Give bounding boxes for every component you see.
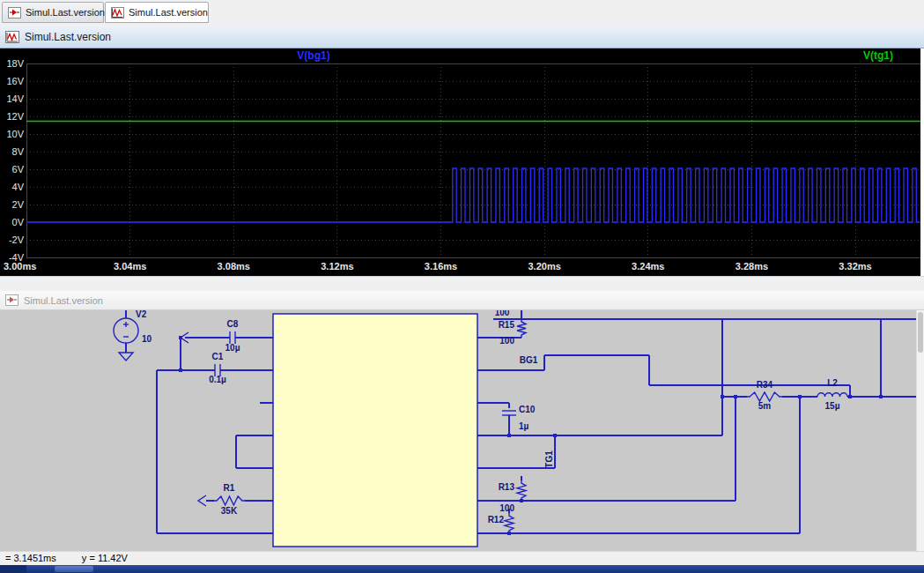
svg-text:L2: L2 xyxy=(827,378,838,388)
svg-text:4V: 4V xyxy=(12,182,25,192)
schematic-window-icon xyxy=(5,294,18,306)
svg-text:10V: 10V xyxy=(6,129,24,139)
waveform-icon xyxy=(111,7,124,19)
schematic-window-title: Simul.Last.version xyxy=(24,295,103,306)
svg-text:V2: V2 xyxy=(136,310,147,319)
svg-text:3.24ms: 3.24ms xyxy=(632,261,664,272)
svg-text:3.20ms: 3.20ms xyxy=(528,261,560,272)
svg-text:R1: R1 xyxy=(224,483,235,493)
svg-text:3.04ms: 3.04ms xyxy=(114,261,146,272)
ltspice-window: Simul.Last.version Simul.Last.version Si… xyxy=(0,0,924,573)
svg-text:6V: 6V xyxy=(12,164,25,175)
svg-text:BG1: BG1 xyxy=(520,355,538,365)
svg-text:16V: 16V xyxy=(6,76,24,86)
svg-text:5m: 5m xyxy=(758,401,772,411)
svg-text:14V: 14V xyxy=(6,93,24,104)
waveform-plot[interactable]: 18V16V14V12V10V8V6V4V2V0V-2V-4V3.00ms3.0… xyxy=(0,48,924,276)
taskbar xyxy=(0,565,924,573)
svg-text:-2V: -2V xyxy=(9,234,25,245)
svg-text:100: 100 xyxy=(499,503,514,513)
svg-text:3.00ms: 3.00ms xyxy=(4,261,36,272)
svg-text:12V: 12V xyxy=(6,111,24,122)
cursor-x-readout: = 3.1451ms xyxy=(5,553,56,563)
svg-text:2V: 2V xyxy=(12,199,25,210)
svg-text:3.32ms: 3.32ms xyxy=(839,261,871,272)
tab-waveform[interactable]: Simul.Last.version xyxy=(105,2,209,23)
schematic-canvas[interactable]: DRVccSense1-IntVccBG1RunBoost1SGENSW1DGE… xyxy=(0,310,924,551)
svg-text:100: 100 xyxy=(499,336,514,346)
scrollbar-thumb[interactable] xyxy=(918,312,923,353)
svg-text:3.08ms: 3.08ms xyxy=(218,261,250,272)
svg-text:R13: R13 xyxy=(499,482,515,492)
svg-text:0V: 0V xyxy=(12,217,25,227)
schematic-icon xyxy=(8,7,21,19)
waveform-window-icon xyxy=(5,31,19,43)
svg-text:3.12ms: 3.12ms xyxy=(321,261,353,272)
waveform-window-title: Simul.Last.version xyxy=(25,31,111,43)
waveform-window-titlebar[interactable]: Simul.Last.version xyxy=(0,26,924,48)
svg-text:R15: R15 xyxy=(499,320,515,330)
tab-bar: Simul.Last.version Simul.Last.version xyxy=(0,0,924,26)
cursor-y-readout: y = 11.42V xyxy=(82,553,128,563)
schematic-vertical-scrollbar[interactable] xyxy=(916,310,924,551)
svg-text:TG1: TG1 xyxy=(544,450,554,468)
svg-text:100: 100 xyxy=(495,310,510,317)
svg-text:V(bg1): V(bg1) xyxy=(297,49,329,62)
svg-text:35K: 35K xyxy=(221,506,238,516)
svg-text:V(tg1): V(tg1) xyxy=(863,49,893,62)
svg-text:C1: C1 xyxy=(212,352,224,361)
svg-text:R12: R12 xyxy=(488,515,505,525)
svg-text:C8: C8 xyxy=(227,319,239,329)
status-bar: = 3.1451ms y = 11.42V xyxy=(0,551,924,565)
svg-text:10µ: 10µ xyxy=(225,343,240,353)
svg-text:10: 10 xyxy=(142,334,152,344)
plot-right-edge xyxy=(920,48,924,276)
tab-schematic[interactable]: Simul.Last.version xyxy=(2,2,104,23)
schematic-window-titlebar[interactable]: Simul.Last.version xyxy=(0,291,924,310)
tab-label: Simul.Last.version xyxy=(26,7,105,18)
svg-text:0.1µ: 0.1µ xyxy=(209,375,226,384)
svg-text:R34: R34 xyxy=(757,380,773,390)
tab-label: Simul.Last.version xyxy=(129,7,208,18)
svg-text:3.28ms: 3.28ms xyxy=(736,261,768,272)
svg-text:8V: 8V xyxy=(12,146,25,157)
taskbar-button[interactable] xyxy=(55,566,93,572)
svg-text:3.16ms: 3.16ms xyxy=(425,261,457,272)
svg-text:15µ: 15µ xyxy=(825,401,840,411)
svg-text:1µ: 1µ xyxy=(519,421,529,431)
svg-text:18V: 18V xyxy=(6,58,24,69)
u1-body xyxy=(273,314,477,547)
svg-text:C10: C10 xyxy=(519,405,536,414)
taskbar-segment xyxy=(0,565,26,573)
